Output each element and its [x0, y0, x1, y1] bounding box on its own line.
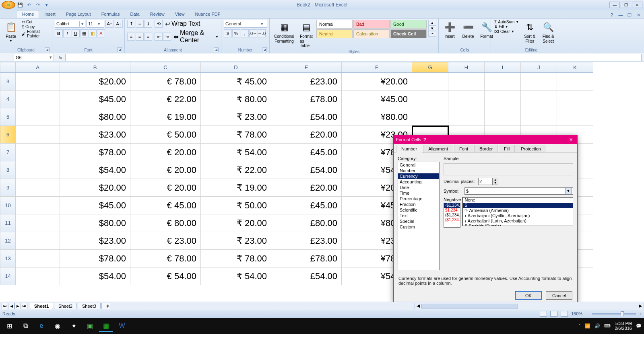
cell-A10[interactable] [16, 197, 60, 214]
tab-insert[interactable]: Insert [39, 10, 61, 18]
increase-indent-button[interactable]: ⇥ [163, 33, 171, 41]
word-taskbar-icon[interactable]: W [115, 320, 129, 332]
cell-A13[interactable] [16, 250, 60, 267]
category-number[interactable]: Number [398, 168, 439, 173]
cell-A3[interactable] [16, 73, 60, 90]
sheet-tab-sheet2[interactable]: Sheet2 [54, 303, 77, 309]
font-size-input[interactable] [87, 21, 96, 26]
start-button[interactable]: ⊞ [2, 320, 16, 332]
cell-E12[interactable]: £23.00 [271, 232, 342, 250]
conditional-formatting-button[interactable]: ▦ConditionalFormatting [272, 20, 296, 45]
cell-D11[interactable]: ₹ 20.00 [201, 214, 271, 232]
zoom-slider[interactable] [592, 313, 636, 315]
cell-B12[interactable]: $23.00 [60, 232, 130, 250]
italic-button[interactable]: I [63, 29, 71, 37]
qat-undo-icon[interactable]: ↶ [25, 1, 33, 8]
align-left-button[interactable]: ≡ [127, 33, 135, 41]
number-dialog-launcher[interactable]: ◢ [262, 47, 267, 52]
cell-A5[interactable] [16, 108, 60, 126]
row-header-6[interactable]: 6 [0, 126, 16, 144]
bold-button[interactable]: B [55, 29, 63, 37]
cell-A9[interactable] [16, 179, 60, 197]
dialog-tab-font[interactable]: Font [454, 145, 473, 152]
cell-E7[interactable]: £45.00 [271, 144, 342, 161]
cell-E3[interactable]: £23.00 [271, 73, 342, 90]
cell-E9[interactable]: £20.00 [271, 179, 342, 197]
app-icon-2[interactable]: ▣ [83, 320, 97, 332]
tab-review[interactable]: Review [145, 10, 170, 18]
cell-C11[interactable]: € 80.00 [130, 214, 201, 232]
mdi-close-icon[interactable]: ✕ [635, 12, 642, 18]
select-all-corner[interactable] [0, 62, 16, 73]
ok-button[interactable]: OK [515, 291, 542, 300]
cell-A8[interactable] [16, 161, 60, 179]
font-name-input[interactable] [55, 21, 79, 26]
scroll-right-icon[interactable]: ▶ [637, 303, 644, 309]
dialog-close-icon[interactable]: ✕ [567, 137, 575, 142]
qat-save-icon[interactable]: 💾 [16, 1, 24, 8]
tray-network-icon[interactable]: 📶 [585, 323, 590, 329]
column-header-C[interactable]: C [130, 62, 201, 73]
zoom-out-button[interactable]: − [586, 311, 588, 316]
cell-E6[interactable]: £20.00 [271, 126, 342, 144]
cell-E11[interactable]: £80.00 [271, 214, 342, 232]
symbol-option[interactable]: ₼ Azerbaijani (Latin, Azerbaijan) [463, 218, 573, 224]
category-special[interactable]: Special [398, 218, 439, 224]
page-layout-view-button[interactable] [550, 311, 557, 317]
cell-C14[interactable]: € 54.00 [130, 267, 201, 285]
cell-F4[interactable]: ¥45.00 [342, 90, 412, 108]
comma-format-button[interactable]: , [241, 29, 249, 37]
dialog-tab-border[interactable]: Border [474, 145, 498, 152]
number-format-combo[interactable]: ▾ [224, 20, 267, 28]
tray-keyboard-icon[interactable]: ⌨ [604, 323, 611, 329]
qat-customize-icon[interactable]: ▾ [43, 1, 51, 8]
cell-F5[interactable]: ¥80.00 [342, 108, 412, 126]
tray-volume-icon[interactable]: 🔊 [594, 323, 600, 329]
category-currency[interactable]: Currency [398, 173, 439, 179]
row-header-8[interactable]: 8 [0, 161, 16, 179]
negative-option-1[interactable]: $1,234. [444, 208, 460, 213]
office-button[interactable]: ⊞ [2, 1, 15, 9]
autosum-button[interactable]: ΣAutoSum▼ [493, 20, 520, 24]
tab-home[interactable]: Home [17, 10, 39, 18]
cell-H5[interactable] [448, 108, 485, 126]
dialog-help-icon[interactable]: ? [421, 137, 428, 142]
chrome-icon[interactable]: ◉ [51, 320, 64, 332]
row-header-10[interactable]: 10 [0, 197, 16, 214]
cell-G5[interactable] [412, 108, 448, 126]
category-custom[interactable]: Custom [398, 224, 439, 230]
dialog-titlebar[interactable]: Format Cells ? ✕ [394, 135, 577, 144]
cell-C5[interactable]: € 19.00 [130, 108, 201, 126]
negative-option-3[interactable]: ($1,234. [444, 218, 460, 222]
dialog-tab-protection[interactable]: Protection [516, 145, 546, 152]
orientation-button[interactable]: ⟲ [155, 20, 163, 28]
cell-B3[interactable]: $20.00 [60, 73, 130, 90]
percent-format-button[interactable]: % [232, 29, 240, 37]
cell-B5[interactable]: $80.00 [60, 108, 130, 126]
cell-G4[interactable] [412, 90, 448, 108]
align-center-button[interactable]: ≡ [136, 33, 144, 41]
name-box[interactable]: G6▾ [14, 54, 54, 61]
increase-decimal-button[interactable]: .0→ [249, 29, 257, 37]
cell-D8[interactable]: ₹ 22.00 [201, 161, 271, 179]
symbol-option[interactable]: ₽ Bashkir (Russia) [463, 224, 573, 226]
mdi-minimize-icon[interactable]: — [617, 12, 624, 18]
category-percentage[interactable]: Percentage [398, 196, 439, 202]
column-header-F[interactable]: F [342, 62, 412, 73]
cell-B14[interactable]: $54.00 [60, 267, 130, 285]
cancel-button[interactable]: Cancel [546, 291, 572, 300]
cell-B6[interactable]: $23.00 [60, 126, 130, 144]
decimal-places-input[interactable] [479, 178, 492, 185]
cell-G3[interactable] [412, 73, 448, 90]
clock-time[interactable]: 5:33 PM [615, 321, 632, 326]
align-top-button[interactable]: ⤒ [127, 20, 135, 28]
app-icon-1[interactable]: ✦ [67, 320, 80, 332]
dialog-tab-number[interactable]: Number [396, 145, 422, 153]
sheet-nav-first-icon[interactable]: ⏮ [2, 303, 8, 309]
cell-C9[interactable]: € 20.00 [130, 179, 201, 197]
tab-page-layout[interactable]: Page Layout [61, 10, 96, 18]
cell-H3[interactable] [448, 73, 485, 90]
merge-center-button[interactable]: ⬌Merge & Center▼ [173, 29, 219, 44]
category-general[interactable]: General [398, 162, 439, 168]
sheet-nav-prev-icon[interactable]: ◀ [8, 303, 14, 309]
